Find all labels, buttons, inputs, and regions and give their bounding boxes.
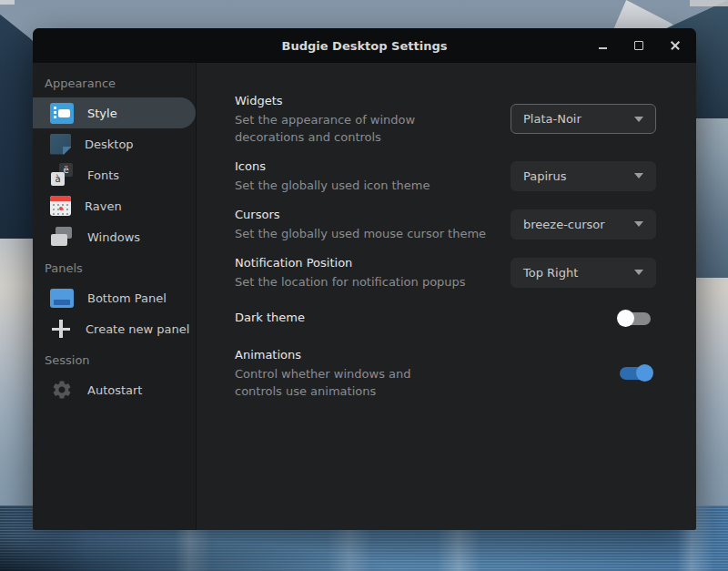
setting-title: Cursors: [235, 206, 486, 223]
close-button[interactable]: [668, 38, 682, 53]
wallpaper-shore-right: [690, 0, 728, 6]
setting-description: Set the location for notification popups: [235, 273, 466, 291]
sidebar-item-label: Bottom Panel: [87, 291, 167, 305]
setting-description: Set the globally used mouse cursor theme: [235, 225, 486, 242]
settings-row-dark-theme: Dark theme: [235, 309, 656, 328]
settings-row-notification-position: Notification Position Set the location f…: [235, 254, 656, 291]
setting-title: Dark theme: [235, 309, 305, 326]
calendar-dot: [59, 207, 63, 210]
gear-icon: [50, 378, 74, 402]
setting-title: Animations: [235, 346, 460, 363]
icon-theme-dropdown[interactable]: Papirus: [511, 161, 656, 191]
close-icon: [670, 40, 681, 51]
settings-row-animations: Animations Control whether windows and c…: [235, 346, 656, 400]
raven-calendar-icon: [50, 196, 71, 216]
style-icon: [50, 103, 74, 124]
sidebar-item-raven[interactable]: Raven: [33, 190, 196, 221]
minimize-icon: [599, 47, 607, 49]
sidebar: Appearance Style Desktop ë à Fonts Raven: [33, 63, 197, 530]
sidebar-item-create-new-panel[interactable]: Create new panel: [33, 313, 196, 344]
setting-description: Control whether windows and controls use…: [235, 365, 460, 400]
titlebar[interactable]: Budgie Desktop Settings: [33, 28, 696, 63]
wallpaper-shore-left: [0, 0, 15, 5]
toggle-knob: [636, 364, 653, 382]
sidebar-item-bottom-panel[interactable]: Bottom Panel: [33, 282, 196, 313]
fonts-icon: ë à: [50, 163, 74, 187]
desktop: { "window": { "title": "Budgie Desktop S…: [0, 0, 728, 571]
widgets-theme-dropdown[interactable]: Plata-Noir: [511, 104, 656, 134]
setting-title: Icons: [235, 158, 430, 175]
sidebar-item-label: Style: [87, 107, 117, 120]
sidebar-item-fonts[interactable]: ë à Fonts: [33, 159, 196, 190]
maximize-icon: [634, 41, 643, 50]
settings-row-cursors: Cursors Set the globally used mouse curs…: [235, 206, 656, 242]
dark-theme-toggle[interactable]: [620, 312, 651, 325]
settings-row-widgets: Widgets Set the appearance of window dec…: [235, 92, 656, 146]
sidebar-item-label: Autostart: [87, 383, 142, 397]
dropdown-value: breeze-cursor: [523, 218, 605, 231]
fonts-icon-front-glyph: à: [51, 172, 65, 186]
dropdown-value: Plata-Noir: [523, 112, 581, 126]
sidebar-item-autostart[interactable]: Autostart: [33, 374, 196, 405]
settings-row-icons: Icons Set the globally used icon theme P…: [235, 158, 656, 194]
settings-content: Widgets Set the appearance of window dec…: [197, 63, 696, 530]
chevron-down-icon: [634, 117, 643, 122]
sidebar-item-style[interactable]: Style: [33, 97, 196, 128]
dropdown-value: Papirus: [523, 169, 566, 183]
windows-icon: [50, 226, 74, 248]
cursor-theme-dropdown[interactable]: breeze-cursor: [511, 209, 656, 240]
minimize-button[interactable]: [595, 38, 610, 53]
setting-description: Set the appearance of window decorations…: [235, 111, 430, 146]
section-header-session: Session: [33, 353, 196, 374]
desktop-icon: [50, 134, 71, 155]
setting-title: Widgets: [235, 92, 430, 109]
sidebar-item-label: Windows: [87, 230, 140, 244]
chevron-down-icon: [634, 270, 643, 275]
chevron-down-icon: [634, 173, 643, 178]
sidebar-item-label: Fonts: [87, 168, 119, 182]
toggle-knob: [617, 310, 634, 327]
bottom-panel-icon: [50, 289, 74, 308]
setting-title: Notification Position: [235, 254, 466, 271]
section-header-appearance: Appearance: [33, 76, 196, 97]
plus-icon: [50, 318, 72, 340]
section-header-panels: Panels: [33, 261, 196, 282]
animations-toggle[interactable]: [620, 367, 651, 380]
sidebar-item-label: Create new panel: [86, 322, 189, 336]
window-controls: [595, 38, 682, 53]
sidebar-item-label: Desktop: [85, 138, 134, 151]
setting-description: Set the globally used icon theme: [235, 177, 430, 194]
sidebar-item-label: Raven: [85, 199, 122, 213]
dropdown-value: Top Right: [523, 266, 578, 280]
sidebar-item-windows[interactable]: Windows: [33, 221, 196, 252]
sidebar-item-desktop[interactable]: Desktop: [33, 128, 196, 159]
maximize-button[interactable]: [632, 38, 646, 53]
notification-position-dropdown[interactable]: Top Right: [511, 258, 656, 288]
chevron-down-icon: [634, 221, 643, 227]
budgie-settings-window: Budgie Desktop Settings Appearance Style…: [33, 28, 696, 530]
window-body: Appearance Style Desktop ë à Fonts Raven: [33, 63, 696, 530]
